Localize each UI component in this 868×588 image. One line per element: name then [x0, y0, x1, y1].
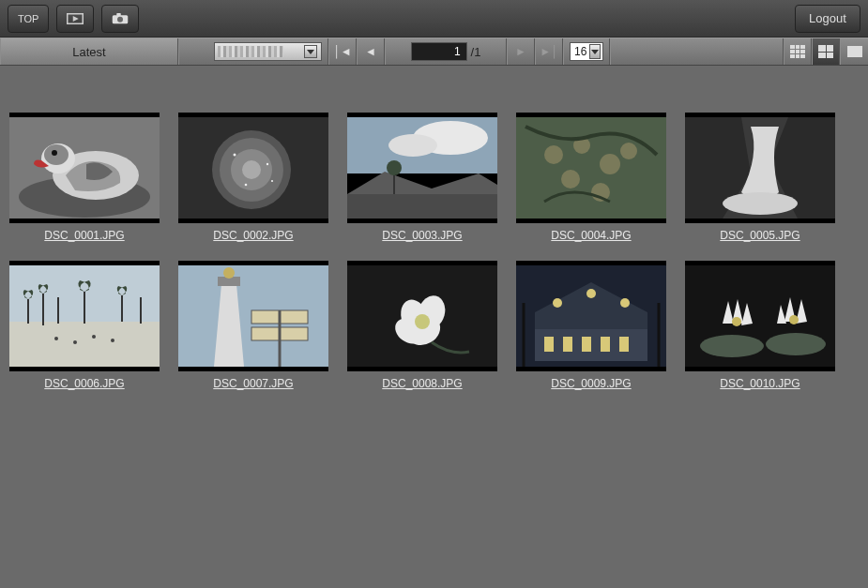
thumbnail-image[interactable] — [178, 261, 328, 371]
thumbnail-filename-link[interactable]: DSC_0005.JPG — [720, 229, 799, 242]
nav-spacer — [610, 38, 784, 65]
svg-point-10 — [52, 150, 57, 156]
thumbnail-item: DSC_0006.JPG — [9, 261, 160, 390]
svg-rect-21 — [347, 194, 497, 219]
grid-medium-icon — [818, 45, 833, 58]
next-page-icon: ► — [515, 46, 526, 57]
svg-point-65 — [620, 298, 630, 308]
prev-page-button[interactable]: ◄ — [357, 38, 385, 65]
svg-point-45 — [92, 335, 96, 339]
view-medium-grid-button[interactable] — [812, 38, 840, 65]
svg-point-15 — [245, 184, 248, 187]
grid-small-icon — [790, 45, 805, 58]
prev-page-icon: ◄ — [365, 46, 376, 57]
per-page-select[interactable]: 16 — [570, 42, 603, 61]
logout-button[interactable]: Logout — [795, 5, 860, 33]
thumbnail-filename-link[interactable]: DSC_0003.JPG — [382, 229, 462, 242]
svg-point-74 — [700, 335, 764, 357]
thumbnail-image[interactable] — [178, 113, 328, 223]
svg-rect-67 — [563, 337, 572, 352]
first-page-button[interactable]: │◄ — [328, 38, 357, 65]
grid-large-icon — [847, 46, 862, 57]
thumbnail-item: DSC_0005.JPG — [685, 113, 835, 242]
top-toolbar: TOP Logout — [0, 0, 868, 38]
svg-point-82 — [732, 317, 741, 326]
svg-point-64 — [586, 289, 596, 298]
slideshow-button[interactable] — [56, 5, 94, 33]
top-button[interactable]: TOP — [8, 5, 49, 33]
svg-rect-68 — [582, 337, 591, 352]
svg-point-29 — [620, 143, 637, 159]
thumbnail-item: DSC_0003.JPG — [347, 113, 497, 242]
slideshow-icon — [67, 12, 84, 25]
thumbnail-filename-link[interactable]: DSC_0006.JPG — [44, 377, 124, 390]
svg-rect-36 — [9, 322, 160, 367]
svg-rect-66 — [544, 337, 554, 352]
thumbnail-item: DSC_0008.JPG — [347, 261, 497, 390]
svg-point-50 — [223, 267, 235, 279]
page-number-input[interactable] — [411, 42, 467, 61]
svg-point-43 — [54, 337, 58, 340]
folder-dropdown-cell — [178, 38, 328, 65]
svg-rect-3 — [117, 13, 122, 16]
thumbnail-filename-link[interactable]: DSC_0002.JPG — [213, 229, 293, 242]
thumbnail-image[interactable] — [9, 261, 160, 371]
thumbnail-image[interactable] — [685, 113, 835, 223]
thumbnail-item: DSC_0001.JPG — [9, 113, 160, 242]
thumbnail-filename-link[interactable]: DSC_0010.JPG — [720, 377, 799, 390]
thumbnail-image[interactable] — [516, 261, 666, 371]
nav-toolbar: Latest │◄ ◄ /1 ► ►│ 16 — [0, 38, 868, 66]
camera-button[interactable] — [101, 5, 139, 33]
thumbnail-image[interactable] — [347, 261, 497, 371]
chevron-down-icon — [304, 45, 317, 58]
svg-point-25 — [544, 145, 563, 164]
svg-point-14 — [266, 163, 268, 165]
svg-point-46 — [111, 339, 114, 342]
thumbnail-item: DSC_0009.JPG — [516, 261, 666, 390]
next-page-button[interactable]: ► — [507, 38, 535, 65]
thumbnail-filename-link[interactable]: DSC_0007.JPG — [213, 377, 293, 390]
thumbnail-image[interactable] — [516, 113, 666, 223]
svg-marker-1 — [73, 16, 79, 22]
svg-point-63 — [553, 298, 562, 308]
svg-point-16 — [271, 180, 273, 182]
thumbnail-image[interactable] — [9, 113, 160, 223]
svg-point-75 — [766, 333, 826, 355]
svg-point-4 — [117, 16, 123, 22]
svg-point-19 — [388, 134, 437, 157]
thumbnail-filename-link[interactable]: DSC_0004.JPG — [551, 229, 631, 242]
thumbnail-item: DSC_0004.JPG — [516, 113, 666, 242]
thumbnail-filename-link[interactable]: DSC_0001.JPG — [44, 229, 124, 242]
svg-point-27 — [600, 154, 620, 174]
thumbnail-item: DSC_0002.JPG — [178, 113, 328, 242]
thumbnail-item: DSC_0007.JPG — [178, 261, 328, 390]
camera-icon — [112, 12, 129, 25]
svg-point-59 — [415, 314, 430, 329]
thumbnail-filename-link[interactable]: DSC_0008.JPG — [382, 377, 462, 390]
svg-point-34 — [723, 192, 798, 215]
svg-point-13 — [234, 154, 236, 157]
page-indicator: /1 — [385, 38, 507, 65]
svg-rect-69 — [601, 337, 610, 352]
thumbnail-item: DSC_0010.JPG — [685, 261, 835, 390]
per-page-value: 16 — [574, 45, 586, 58]
per-page-cell: 16 — [563, 38, 610, 65]
folder-dropdown[interactable] — [214, 42, 322, 61]
svg-rect-70 — [619, 337, 629, 352]
thumbnail-grid: DSC_0001.JPG DSC_0002.JPG — [0, 66, 868, 588]
first-page-icon: │◄ — [333, 46, 351, 57]
page-total-label: /1 — [471, 45, 481, 59]
view-small-grid-button[interactable] — [784, 38, 812, 65]
chevron-down-icon — [589, 44, 601, 59]
thumbnail-image[interactable] — [685, 261, 835, 371]
view-large-button[interactable] — [840, 38, 868, 65]
svg-point-44 — [73, 340, 77, 344]
svg-point-23 — [387, 160, 402, 175]
last-page-icon: ►│ — [540, 46, 557, 57]
svg-point-28 — [561, 170, 580, 188]
thumbnail-filename-link[interactable]: DSC_0009.JPG — [551, 377, 631, 390]
thumbnail-image[interactable] — [347, 113, 497, 223]
last-page-button[interactable]: ►│ — [535, 38, 563, 65]
svg-point-83 — [789, 315, 799, 324]
latest-folder-button[interactable]: Latest — [0, 38, 178, 65]
